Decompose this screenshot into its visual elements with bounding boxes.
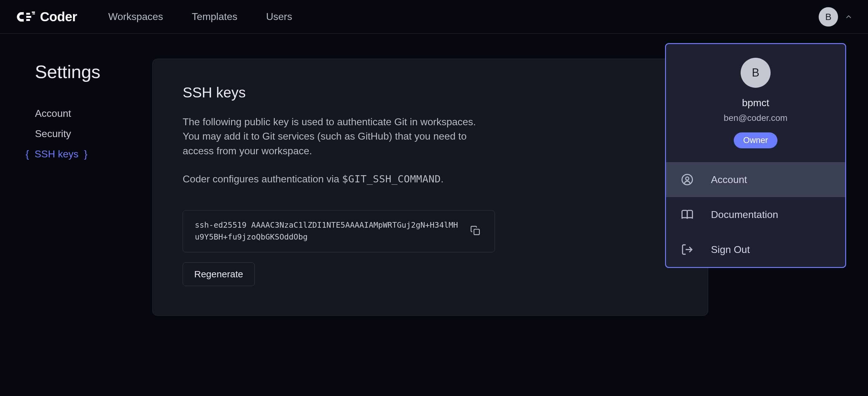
menu-label-documentation: Documentation — [711, 209, 778, 220]
menu-label-account: Account — [711, 174, 747, 185]
logo-text: Coder — [40, 9, 77, 24]
page-title: SSH keys — [183, 84, 678, 101]
main-content: Settings Account Security SSH keys SSH k… — [0, 34, 868, 316]
signout-icon — [681, 243, 693, 256]
user-dropdown: B bpmct ben@coder.com Owner Account Docu… — [665, 43, 846, 268]
dropdown-header: B bpmct ben@coder.com Owner — [666, 44, 845, 162]
env-var-text: $GIT_SSH_COMMAND — [342, 173, 441, 185]
nav-users[interactable]: Users — [256, 7, 302, 26]
nav-templates[interactable]: Templates — [182, 7, 247, 26]
settings-sidebar: Settings Account Security SSH keys — [15, 59, 152, 316]
dropdown-email: ben@coder.com — [724, 113, 787, 123]
header-right: B — [819, 7, 853, 27]
ssh-description: The following public key is used to auth… — [183, 115, 495, 158]
book-icon — [681, 208, 693, 221]
coder-logo-icon — [15, 9, 36, 25]
ssh-description-2: Coder configures authentication via $GIT… — [183, 172, 678, 186]
user-avatar[interactable]: B — [819, 7, 838, 27]
menu-item-documentation[interactable]: Documentation — [666, 197, 845, 232]
sidebar-item-ssh-keys[interactable]: SSH keys — [35, 144, 152, 164]
nav-workspaces[interactable]: Workspaces — [98, 7, 173, 26]
regenerate-button[interactable]: Regenerate — [183, 262, 255, 286]
svg-rect-0 — [32, 11, 35, 13]
copy-button[interactable] — [468, 223, 483, 239]
sidebar-item-security[interactable]: Security — [35, 124, 152, 144]
ssh-key-box: ssh-ed25519 AAAAC3NzaC1lZDI1NTE5AAAAIAMp… — [183, 210, 495, 253]
main-nav: Workspaces Templates Users — [98, 7, 302, 26]
svg-rect-1 — [32, 13, 35, 14]
svg-rect-2 — [474, 229, 479, 235]
role-badge: Owner — [734, 132, 777, 148]
dropdown-username: bpmct — [742, 97, 769, 109]
menu-item-account[interactable]: Account — [666, 162, 845, 197]
logo[interactable]: Coder — [15, 9, 77, 25]
app-header: Coder Workspaces Templates Users B — [0, 0, 868, 34]
dropdown-menu: Account Documentation Sign Out — [666, 162, 845, 267]
ssh-key-value: ssh-ed25519 AAAAC3NzaC1lZDI1NTE5AAAAIAMp… — [195, 219, 468, 244]
chevron-up-icon[interactable] — [844, 12, 853, 21]
sidebar-title: Settings — [35, 61, 152, 82]
menu-label-signout: Sign Out — [711, 244, 750, 255]
menu-item-signout[interactable]: Sign Out — [666, 232, 845, 267]
sidebar-item-account[interactable]: Account — [35, 103, 152, 124]
ssh-keys-card: SSH keys The following public key is use… — [152, 59, 708, 316]
copy-icon — [470, 225, 480, 236]
account-icon — [681, 173, 693, 186]
desc2-suffix: . — [441, 173, 444, 185]
desc2-prefix: Coder configures authentication via — [183, 173, 342, 185]
svg-point-4 — [686, 177, 689, 180]
dropdown-avatar: B — [741, 58, 771, 88]
